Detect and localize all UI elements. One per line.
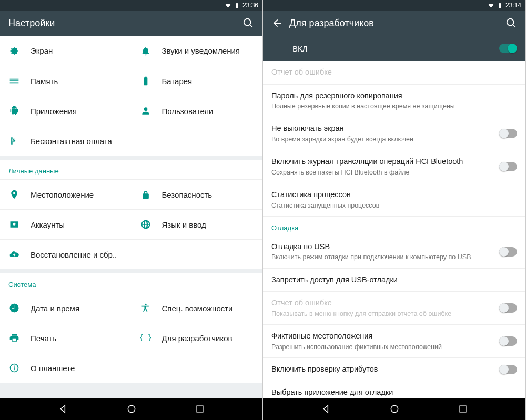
list-item: Отчет об ошибке bbox=[263, 61, 525, 85]
list-item[interactable]: Фиктивные местоположенияРазрешить исполь… bbox=[263, 325, 525, 358]
search-icon[interactable] bbox=[505, 17, 517, 29]
nav-bar bbox=[0, 398, 262, 420]
memory-icon bbox=[8, 75, 20, 87]
nav-bar bbox=[263, 398, 525, 420]
svg-rect-8 bbox=[460, 406, 466, 412]
toggle-switch[interactable] bbox=[499, 247, 517, 257]
status-bar: 23:36 bbox=[0, 0, 262, 11]
settings-item-display[interactable]: Экран bbox=[0, 36, 132, 66]
list-item-subtitle: Статистика запущенных процессов bbox=[271, 201, 517, 210]
settings-item-lock[interactable]: Безопасность bbox=[132, 179, 263, 209]
settings-item-label: Печать bbox=[31, 334, 56, 343]
settings-item-print[interactable]: Печать bbox=[0, 323, 132, 353]
settings-pane: 23:36 Настройки ЭкранЗвуки и уведомления… bbox=[0, 0, 263, 420]
settings-item-bell[interactable]: Звуки и уведомления bbox=[132, 36, 263, 66]
settings-item-nfc[interactable]: Бесконтактная оплата bbox=[0, 126, 262, 156]
list-item-subtitle: Включить режим отладки при подключении к… bbox=[271, 253, 489, 261]
nav-home-icon[interactable] bbox=[389, 404, 400, 414]
list-item[interactable]: Отладка по USBВключить режим отладки при… bbox=[263, 235, 525, 269]
list-item-title: Отладка по USB bbox=[271, 242, 489, 252]
toolbar: Для разработчиков bbox=[263, 11, 525, 36]
status-time: 23:36 bbox=[242, 2, 258, 9]
accessibility-icon bbox=[140, 302, 151, 314]
settings-item-label: Экран bbox=[31, 46, 53, 55]
master-switch[interactable] bbox=[499, 44, 517, 53]
nav-recent-icon[interactable] bbox=[458, 404, 468, 414]
settings-item-clock[interactable]: Дата и время bbox=[0, 293, 132, 323]
toolbar: Настройки bbox=[0, 11, 262, 36]
toggle-switch bbox=[499, 303, 517, 313]
list-item-title: Фиктивные местоположения bbox=[271, 331, 489, 342]
settings-item-label: Безопасность bbox=[162, 190, 213, 199]
settings-item-memory[interactable]: Память bbox=[0, 66, 132, 96]
list-item-title: Выбрать приложение для отладки bbox=[271, 387, 517, 398]
info-icon bbox=[8, 362, 20, 374]
list-item-title: Отчет об ошибке bbox=[271, 298, 489, 309]
svg-point-7 bbox=[391, 405, 398, 412]
list-item[interactable]: Не выключать экранВо время зарядки экран… bbox=[263, 117, 525, 150]
developer-content: Отчет об ошибкеПароль для резервного коп… bbox=[263, 61, 525, 398]
dev-icon: { } bbox=[140, 332, 151, 344]
settings-item-dev[interactable]: { }Для разработчиков bbox=[132, 323, 263, 353]
svg-point-3 bbox=[14, 366, 15, 367]
search-icon[interactable] bbox=[242, 17, 254, 29]
person-icon bbox=[140, 105, 151, 117]
list-item-title: Запретить доступ для USB-отладки bbox=[271, 275, 517, 285]
wifi-icon bbox=[488, 2, 494, 9]
list-item[interactable]: Включить проверку атрибутов bbox=[263, 358, 525, 382]
settings-item-person[interactable]: Пользователи bbox=[132, 96, 263, 126]
master-switch-label: ВКЛ bbox=[292, 44, 499, 53]
settings-item-label: Для разработчиков bbox=[162, 334, 232, 343]
clock-icon bbox=[8, 302, 20, 314]
settings-item-label: Память bbox=[31, 77, 58, 86]
master-switch-row[interactable]: ВКЛ bbox=[263, 36, 525, 61]
toggle-switch[interactable] bbox=[499, 365, 517, 374]
nfc-icon bbox=[8, 135, 20, 147]
list-item[interactable]: Выбрать приложение для отладкиПриложение… bbox=[263, 381, 525, 398]
settings-item-backup[interactable]: Восстановление и сбр.. bbox=[0, 239, 262, 269]
settings-item-globe[interactable]: Язык и ввод bbox=[132, 209, 263, 239]
battery-icon bbox=[234, 2, 240, 9]
nav-back-icon[interactable] bbox=[321, 404, 331, 414]
status-bar: 23:14 bbox=[263, 0, 525, 11]
section-header: Личные данные bbox=[0, 160, 262, 179]
backup-icon bbox=[8, 249, 20, 260]
list-item[interactable]: Запретить доступ для USB-отладки bbox=[263, 269, 525, 292]
battery-icon bbox=[140, 75, 151, 87]
list-item-title: Отчет об ошибке bbox=[271, 67, 517, 78]
list-item-subtitle: Разрешить использование фиктивных местоп… bbox=[271, 343, 489, 351]
svg-rect-4 bbox=[14, 367, 15, 370]
svg-text:{ }: { } bbox=[140, 334, 151, 342]
toggle-switch[interactable] bbox=[499, 336, 517, 346]
nav-recent-icon[interactable] bbox=[195, 404, 205, 414]
settings-item-label: Дата и время bbox=[31, 304, 79, 313]
settings-item-accessibility[interactable]: Спец. возможности bbox=[132, 293, 263, 323]
list-item[interactable]: Включить журнал трансляции операций HCI … bbox=[263, 150, 525, 183]
account-icon bbox=[8, 219, 20, 230]
list-item-title: Пароль для резервного копирования bbox=[271, 91, 517, 101]
toggle-switch[interactable] bbox=[499, 129, 517, 138]
android-icon bbox=[8, 105, 20, 117]
globe-icon bbox=[140, 219, 151, 230]
bell-icon bbox=[140, 45, 151, 57]
nav-back-icon[interactable] bbox=[58, 404, 68, 414]
back-icon[interactable] bbox=[271, 17, 283, 29]
settings-content: ЭкранЗвуки и уведомленияПамятьБатареяПри… bbox=[0, 36, 262, 398]
nav-home-icon[interactable] bbox=[126, 404, 137, 414]
settings-item-info[interactable]: О планшете bbox=[0, 353, 262, 383]
list-item-title: Не выключать экран bbox=[271, 124, 489, 134]
battery-icon bbox=[497, 2, 503, 9]
settings-item-label: Местоположение bbox=[31, 190, 94, 199]
toggle-switch[interactable] bbox=[499, 162, 517, 171]
list-item-title: Статистика процессов bbox=[271, 190, 517, 200]
display-icon bbox=[8, 45, 20, 57]
settings-item-battery[interactable]: Батарея bbox=[132, 66, 263, 96]
list-item-subtitle: Сохранять все пакеты HCI Bluetooth в фай… bbox=[271, 168, 489, 177]
settings-item-label: Аккаунты bbox=[31, 220, 65, 229]
settings-item-location[interactable]: Местоположение bbox=[0, 179, 132, 209]
settings-item-label: О планшете bbox=[31, 364, 75, 373]
settings-item-account[interactable]: Аккаунты bbox=[0, 209, 132, 239]
list-item[interactable]: Пароль для резервного копированияПолные … bbox=[263, 85, 525, 118]
list-item[interactable]: Статистика процессовСтатистика запущенны… bbox=[263, 183, 525, 217]
settings-item-android[interactable]: Приложения bbox=[0, 96, 132, 126]
